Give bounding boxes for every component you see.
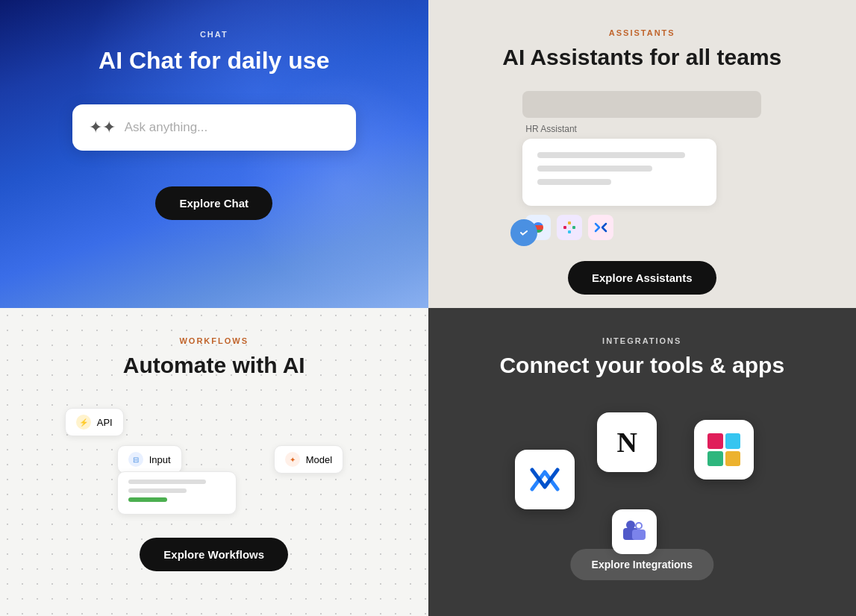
notion-icon: N (597, 412, 657, 472)
api-node-icon: ⚡ (76, 415, 91, 430)
integrations-panel: INTEGRATIONS Connect your tools & apps N (428, 308, 857, 616)
workflow-diagram: ⚡ API ⊟ Input ✦ Model (57, 400, 371, 520)
explore-assistants-button[interactable]: Explore Assistants (568, 261, 716, 295)
svg-point-6 (626, 521, 635, 529)
svg-rect-3 (572, 226, 575, 229)
integrations-label: INTEGRATIONS (602, 336, 681, 345)
integrations-title: Connect your tools & apps (499, 353, 784, 378)
chat-label: CHAT (99, 30, 329, 39)
slack-cell-green (707, 451, 723, 467)
svg-rect-7 (632, 529, 646, 540)
chat-input-box[interactable]: ✦✦ Ask anything... (72, 104, 356, 151)
wf-model-node: ✦ Model (274, 445, 343, 474)
assistants-label: ASSISTANTS (609, 28, 675, 37)
wf-input-node: ⊟ Input (117, 445, 182, 474)
slack-cell-blue (725, 433, 741, 449)
wf-card-line-2 (128, 488, 187, 493)
sparkle-icon: ✦✦ (89, 118, 116, 137)
wf-api-node: ⚡ API (65, 408, 124, 436)
slack-icon (694, 420, 754, 480)
mock-line-3 (537, 179, 611, 185)
mock-hr-card (522, 139, 716, 206)
chat-placeholder-text: Ask anything... (125, 120, 208, 135)
mock-search-bar (522, 91, 761, 118)
assistants-title: AI Assistants for all teams (502, 45, 781, 70)
workflows-panel: WORKFLOWS Automate with AI ⚡ API ⊟ Input… (0, 308, 428, 616)
slack-small-icon (557, 215, 582, 240)
model-node-label: Model (306, 454, 332, 465)
teams-icon (612, 509, 657, 554)
integration-icons-container: N (507, 405, 776, 554)
assistants-mock-ui: HR Assistant (522, 91, 761, 240)
slack-cell-yellow (725, 451, 741, 467)
assistants-panel: ASSISTANTS AI Assistants for all teams H… (428, 0, 857, 308)
slack-cell-red (707, 433, 723, 449)
chat-top: CHAT AI Chat for daily use (99, 0, 329, 75)
explore-workflows-button[interactable]: Explore Workflows (140, 538, 288, 571)
explore-chat-button[interactable]: Explore Chat (155, 186, 272, 220)
svg-rect-1 (563, 226, 566, 229)
workflows-title: Automate with AI (123, 353, 305, 378)
mock-line-2 (537, 166, 652, 172)
wf-card-line-1 (128, 480, 206, 484)
api-node-label: API (97, 417, 113, 428)
workflows-label: WORKFLOWS (179, 336, 249, 345)
assistant-bot-icon (510, 219, 537, 246)
explore-integrations-button[interactable]: Explore Integrations (571, 549, 713, 580)
wf-card-line-green (128, 497, 167, 502)
input-node-icon: ⊟ (128, 452, 143, 467)
chat-title: AI Chat for daily use (99, 46, 329, 75)
model-node-icon: ✦ (285, 452, 300, 467)
mock-line-1 (537, 152, 685, 158)
chat-panel: CHAT AI Chat for daily use ✦✦ Ask anythi… (0, 0, 428, 308)
mock-hr-label: HR Assistant (522, 124, 761, 134)
mock-integration-icons (522, 215, 761, 240)
svg-point-9 (637, 524, 641, 528)
svg-rect-2 (568, 221, 571, 224)
confluence-small-icon (588, 215, 613, 240)
input-node-label: Input (149, 454, 171, 465)
wf-input-card (117, 471, 237, 515)
svg-rect-4 (568, 230, 571, 233)
confluence-icon (515, 450, 575, 509)
